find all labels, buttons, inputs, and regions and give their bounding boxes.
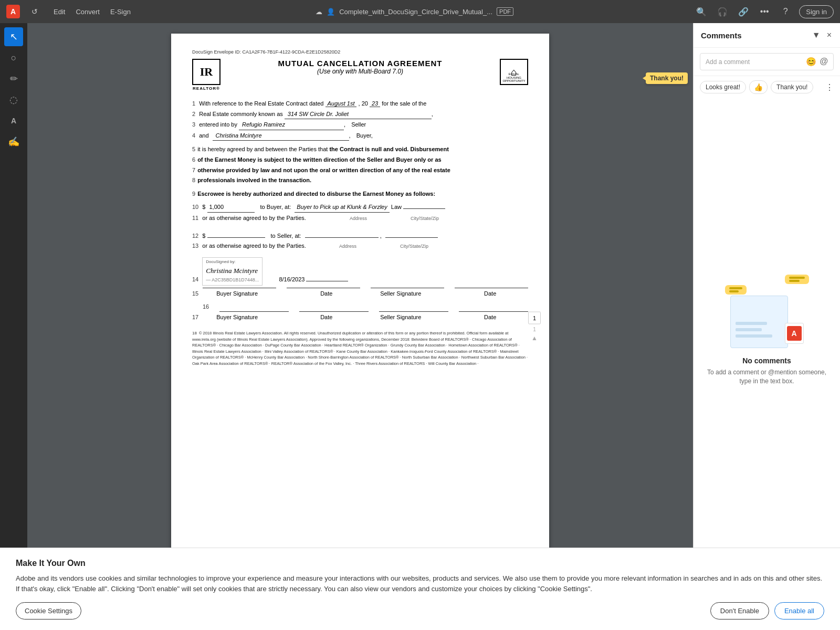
empty-state-illustration: A <box>720 275 814 348</box>
app-logo: A <box>6 5 20 18</box>
enable-all-button[interactable]: Enable all <box>774 602 824 620</box>
toolbar: A ↺ Edit Convert E-Sign ☁ 👤 Complete_wit… <box>0 0 840 23</box>
quick-reply-thank-you[interactable]: Thank you! <box>771 81 813 93</box>
page-number-indicator[interactable]: 1 <box>528 312 541 324</box>
sign-in-button[interactable]: Sign in <box>799 5 834 18</box>
sidebar-text-tool[interactable]: A <box>4 111 23 130</box>
comment-placeholder: Add a comment <box>706 58 806 66</box>
file-type-badge: PDF <box>497 7 513 16</box>
sidebar-circle-tool[interactable]: ○ <box>4 48 23 67</box>
no-comments-title: No comments <box>742 356 791 365</box>
edit-menu[interactable]: Edit <box>49 6 69 18</box>
pdf-container[interactable]: DocuSign Envelope ID: CA1A2F76-7B1F-4122… <box>27 23 693 630</box>
sidebar-pen-tool[interactable]: ✏ <box>4 69 23 88</box>
cookie-right-buttons: Don't Enable Enable all <box>710 602 824 620</box>
link-button[interactable]: 🔗 <box>736 4 751 19</box>
pdf-title: MUTUAL CANCELLATION AGREEMENT (Use only … <box>220 59 500 75</box>
cookie-banner-text: Adobe and its vendors use cookies and si… <box>16 573 824 594</box>
sidebar-signature-tool[interactable]: ✍ <box>4 132 23 151</box>
audio-button[interactable]: 🎧 <box>715 4 730 19</box>
panel-header-icons: ▼ × <box>811 29 833 41</box>
comment-input-area: Add a comment 😊 @ <box>694 48 840 76</box>
comments-empty-state: A No comments To add a comment or @menti… <box>694 98 840 562</box>
help-button[interactable]: ? <box>778 4 793 19</box>
sidebar-eraser-tool[interactable]: ◌ <box>4 90 23 109</box>
quick-replies: Looks great! 👍 Thank you! ⋮ <box>694 76 840 98</box>
left-sidebar: ↖ ○ ✏ ◌ A ✍ <box>0 23 27 630</box>
cookie-settings-button[interactable]: Cookie Settings <box>16 602 81 620</box>
main-area: DocuSign Envelope ID: CA1A2F76-7B1F-4122… <box>27 23 693 630</box>
comment-input-icons: 😊 @ <box>806 57 828 67</box>
cloud-icon: ☁ <box>316 8 322 16</box>
more-button[interactable]: ••• <box>757 4 772 19</box>
convert-menu[interactable]: Convert <box>71 6 104 18</box>
close-panel-button[interactable]: × <box>826 29 833 41</box>
pdf-page: DocuSign Envelope ID: CA1A2F76-7B1F-4122… <box>171 34 549 620</box>
no-comments-desc: To add a comment or @mention someone, ty… <box>704 368 830 386</box>
file-info: ☁ 👤 Complete_with_DocuSign_Circle_Drive_… <box>143 7 686 16</box>
mention-icon[interactable]: @ <box>820 57 828 67</box>
cookie-banner: Make It Your Own Adobe and its vendors u… <box>0 548 840 630</box>
toolbar-right: 🔍 🎧 🔗 ••• ? Sign in <box>694 4 834 19</box>
emoji-icon[interactable]: 😊 <box>806 57 816 67</box>
copyright-text: 18© 2018 Illinois Real Estate Lawyers As… <box>192 330 528 366</box>
scroll-up-arrow[interactable]: ▲ <box>531 334 538 342</box>
quick-reply-more[interactable]: ⋮ <box>825 82 834 92</box>
page-total: 1 <box>533 327 536 332</box>
page-indicator-area: 1 1 ▲ <box>528 312 541 342</box>
filter-button[interactable]: ▼ <box>811 29 822 41</box>
thank-you-bubble: Thank you! <box>646 72 688 84</box>
search-button[interactable]: 🔍 <box>694 4 709 19</box>
menu-bar: Edit Convert E-Sign <box>49 6 135 18</box>
cookie-banner-actions: Cookie Settings Don't Enable Enable all <box>16 602 824 620</box>
quick-reply-thumbs-up[interactable]: 👍 <box>749 80 768 94</box>
dont-enable-button[interactable]: Don't Enable <box>710 602 769 620</box>
panel-title: Comments <box>701 31 742 40</box>
user-icon: 👤 <box>327 8 335 16</box>
cookie-banner-title: Make It Your Own <box>16 559 824 568</box>
envelope-id: DocuSign Envelope ID: CA1A2F76-7B1F-4122… <box>192 49 528 55</box>
pdf-body: 1 With reference to the Real Estate Cont… <box>192 99 528 366</box>
sidebar-cursor-tool[interactable]: ↖ <box>4 27 23 46</box>
panel-header: Comments ▼ × <box>694 23 840 48</box>
file-name: Complete_with_DocuSign_Circle_Drive_Mutu… <box>339 8 492 16</box>
comments-panel: Comments ▼ × Add a comment 😊 @ Looks gre… <box>693 23 840 562</box>
history-button[interactable]: ↺ <box>28 5 41 18</box>
quick-reply-looks-great[interactable]: Looks great! <box>700 81 746 93</box>
pdf-header: IR REALTOR® MUTUAL CANCELLATION AGREEMEN… <box>192 59 528 91</box>
esign-menu[interactable]: E-Sign <box>106 6 135 18</box>
